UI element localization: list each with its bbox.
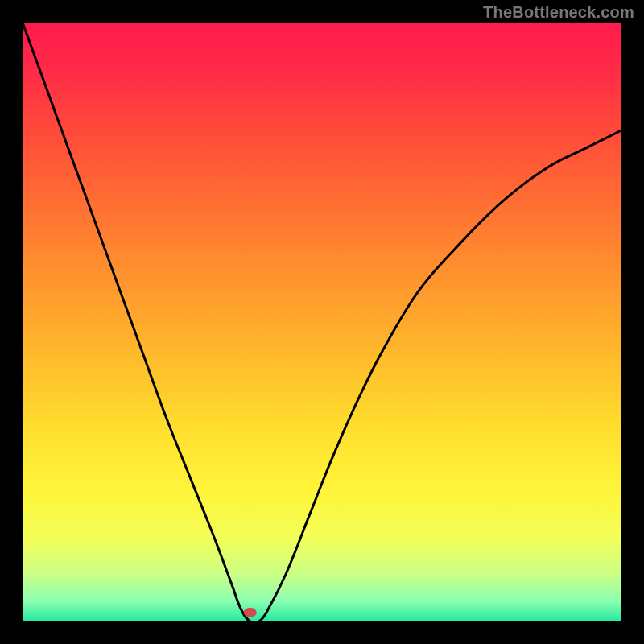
gradient-background [23, 23, 621, 621]
optimal-point-marker [244, 608, 257, 617]
watermark-text: TheBottleneck.com [483, 3, 634, 22]
chart-frame: TheBottleneck.com [0, 0, 644, 644]
bottleneck-chart [23, 23, 621, 621]
plot-area [23, 23, 621, 621]
